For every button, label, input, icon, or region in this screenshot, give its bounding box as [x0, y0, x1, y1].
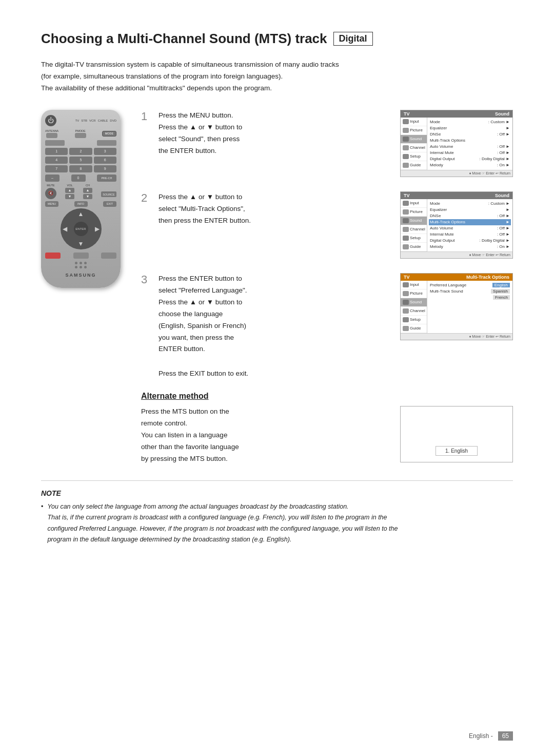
- btn-3[interactable]: 3: [94, 148, 116, 155]
- nav-label-row: MENU INFO EXIT: [45, 201, 116, 207]
- tv-row-mel-2: Melody : On ►: [430, 244, 510, 250]
- spanish-box: Spanish: [491, 289, 510, 294]
- dpad-outer: ▲ ▼ ◀ ▶ ENTER: [61, 208, 102, 249]
- step-1-ui: TV Sound Input Pictu: [400, 110, 513, 177]
- sidebar-input-3: Input: [401, 281, 427, 289]
- input-icon-3: [403, 282, 409, 287]
- tv-panel-2: TV Sound Input Pictu: [400, 191, 513, 259]
- mute-button[interactable]: 🔇: [45, 188, 56, 199]
- cable-label: CABLE: [98, 119, 108, 122]
- ch-up-button[interactable]: ▲: [83, 188, 92, 193]
- exit-text: Press the EXIT button to exit.: [159, 370, 513, 377]
- tv-panel-3-body: Input Picture Sound: [401, 281, 512, 333]
- tv-main-2: Mode : Custom ► Equalizer ► DNSe : Off ►: [427, 199, 512, 251]
- tv-footer-2: ♦ Move ☞ Enter ↩ Return: [401, 251, 512, 258]
- sidebar-guide-1: Guide: [401, 161, 427, 170]
- btn-6[interactable]: 6: [94, 157, 116, 164]
- vol-down-button[interactable]: ▼: [65, 194, 74, 199]
- mode-button[interactable]: MODE: [102, 131, 116, 137]
- pmode-button[interactable]: [75, 133, 86, 138]
- dash-button[interactable]: –: [45, 175, 60, 182]
- mto-title: Multi-Track Options: [410, 275, 509, 280]
- grey-button-1[interactable]: [45, 140, 65, 146]
- sidebar-picture-2: Picture: [401, 208, 427, 217]
- note-section: NOTE You can only select the language fr…: [41, 480, 513, 545]
- info-button[interactable]: INFO: [74, 201, 88, 207]
- page-footer: English - 65: [469, 731, 513, 741]
- volume-buttons: ▲ ▼: [65, 188, 74, 199]
- title-text: Choosing a Multi-Channel Sound (MTS) tra…: [41, 31, 327, 47]
- btn-4[interactable]: 4: [45, 157, 68, 164]
- tv-panel-1: TV Sound Input Pictu: [400, 110, 513, 177]
- ch-down-button[interactable]: ▼: [83, 194, 92, 199]
- dpad-down[interactable]: ▼: [78, 240, 84, 247]
- tv-label-1: TV: [404, 111, 410, 117]
- tv-row-dnse-1: DNSe : Off ►: [430, 131, 510, 138]
- sidebar-picture-3: Picture: [401, 289, 427, 298]
- dpad-right[interactable]: ▶: [95, 225, 100, 232]
- tv-panel-3-header: TV Multi-Track Options: [401, 274, 512, 281]
- btn-0[interactable]: 0: [71, 175, 86, 182]
- page-container: Choosing a Multi-Channel Sound (MTS) tra…: [0, 0, 554, 576]
- sound-icon-1: [403, 137, 409, 142]
- tv-footer-3: ♦ Move ☞ Enter ↩ Return: [401, 333, 512, 340]
- tv-row-do-2: Digital Output : Dolby Digital ►: [430, 238, 510, 244]
- english-display: 1. English: [436, 446, 478, 456]
- sidebar-setup-1: Setup: [401, 152, 427, 161]
- vol-ch-row: MUTE 🔇 VOL ▲ ▼ CH ▲ ▼: [45, 184, 116, 199]
- btn-7[interactable]: 7: [45, 165, 68, 172]
- tv-row-french: French: [430, 295, 510, 301]
- sidebar-sound-1: Sound: [401, 135, 427, 144]
- number-grid: 1 2 3 4 5 6 7 8 9: [45, 148, 116, 172]
- dot-row-1: [75, 262, 87, 264]
- alternate-box: 1. English: [400, 406, 513, 462]
- fav-ch-button[interactable]: [45, 253, 61, 259]
- menu-button[interactable]: MENU: [45, 201, 58, 207]
- tv-row-pref-lang: Preferred Language English: [430, 282, 510, 288]
- tv-label-2: TV: [404, 193, 410, 198]
- step-2-number: 2: [141, 192, 150, 204]
- dot-row-2: [75, 266, 87, 268]
- source-button[interactable]: SOURCE: [101, 191, 116, 197]
- dot-3: [84, 262, 87, 264]
- grey-button-2[interactable]: [97, 140, 116, 146]
- antenna-button[interactable]: [46, 133, 57, 138]
- note-text: You can only select the language from am…: [41, 501, 513, 545]
- stb-label: STB: [81, 119, 87, 122]
- sidebar-channel-2: Channel: [401, 225, 427, 234]
- tv-panel-1-header: TV Sound: [401, 110, 512, 118]
- sidebar-sound-3: Sound: [401, 298, 427, 307]
- btn-2[interactable]: 2: [69, 148, 92, 155]
- digital-badge: Digital: [333, 32, 373, 46]
- pmode-label: PMODE: [75, 129, 86, 132]
- mts-button[interactable]: [101, 253, 116, 259]
- channel-icon-3: [403, 308, 409, 314]
- btn-1[interactable]: 1: [45, 148, 68, 155]
- step-3-ui: TV Multi-Track Options Input: [400, 273, 513, 340]
- btn-9[interactable]: 9: [94, 165, 116, 172]
- tv-row-mto-2-highlighted: Multi-Track Options ►: [429, 219, 511, 225]
- tv-row-mode-2: Mode : Custom ►: [430, 201, 510, 207]
- sidebar-channel-3: Channel: [401, 307, 427, 316]
- vol-up-button[interactable]: ▲: [65, 188, 74, 193]
- power-button[interactable]: [45, 115, 56, 126]
- channel-icon-2: [403, 227, 409, 232]
- dpad-up[interactable]: ▲: [78, 210, 84, 218]
- btn-8[interactable]: 8: [69, 165, 92, 172]
- ch-list-button[interactable]: [73, 253, 89, 259]
- input-icon-2: [403, 201, 409, 206]
- exit-button[interactable]: EXIT: [103, 201, 116, 207]
- step-3: 3 Press the ENTER button to select "Pref…: [141, 273, 513, 356]
- tv-sidebar-1: Input Picture Sound: [401, 118, 427, 170]
- guide-icon-3: [403, 326, 409, 331]
- enter-button[interactable]: ENTER: [74, 222, 88, 236]
- sidebar-input-1: Input: [401, 118, 427, 126]
- tv-sidebar-3: Input Picture Sound: [401, 281, 427, 333]
- ch-label: CH: [86, 184, 90, 187]
- btn-5[interactable]: 5: [69, 157, 92, 164]
- dpad-left[interactable]: ◀: [63, 225, 67, 232]
- setup-icon-2: [403, 236, 409, 241]
- prech-button[interactable]: PRE-CH: [97, 175, 116, 182]
- tv-row-av-2: Auto Volume : Off ►: [430, 225, 510, 231]
- guide-icon-1: [403, 163, 409, 168]
